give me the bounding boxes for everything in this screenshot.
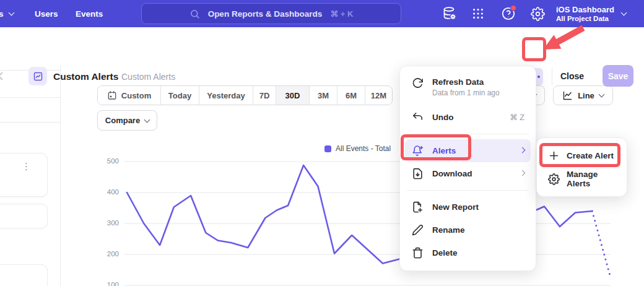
sidebar-card[interactable] — [0, 204, 48, 228]
menu-item-label: New Report — [432, 202, 479, 212]
date-range-yesterday[interactable]: Yesterday — [199, 86, 253, 105]
date-range-selector: Custom Today Yesterday 7D 30D 3M 6M 12M — [97, 85, 393, 105]
chevron-right-icon — [520, 170, 526, 176]
compare-label: Compare — [105, 116, 140, 125]
menu-item-label: Rename — [432, 225, 465, 235]
top-nav: s Users Events Open Reports & Dashboards… — [0, 0, 644, 27]
y-axis-label: 300 — [98, 219, 119, 227]
close-button[interactable]: Close — [560, 71, 584, 81]
gear-icon — [548, 173, 560, 185]
undo-icon — [412, 111, 424, 123]
trash-icon — [412, 247, 424, 259]
report-options-menu: Refresh Data Data from 1 min ago Undo ⌘ … — [399, 66, 536, 271]
data-management-button[interactable] — [441, 5, 458, 22]
date-range-30d-active[interactable]: 30D — [276, 86, 309, 105]
menu-item-sublabel: Data from 1 min ago — [432, 89, 500, 97]
menu-item-label: Delete — [432, 248, 458, 258]
project-scope: All Project Data — [556, 14, 614, 23]
compare-button[interactable]: Compare — [97, 110, 157, 131]
legend-label: All Events - Total — [336, 144, 391, 153]
project-name: iOS Dashboard — [556, 5, 614, 14]
menu-item-label: Refresh Data — [432, 77, 500, 87]
download-file-icon — [412, 168, 424, 180]
y-axis-label: 200 — [98, 250, 119, 258]
global-search-input[interactable]: Open Reports & Dashboards ⌘ + K — [141, 3, 401, 24]
date-range-3m[interactable]: 3M — [309, 86, 337, 105]
menu-separator — [407, 134, 529, 134]
alerts-submenu: Create Alert Manage Alerts — [536, 137, 627, 197]
nav-item-users[interactable]: Users — [35, 0, 58, 27]
menu-item-download[interactable]: Download — [405, 162, 531, 185]
nav-item-truncated[interactable]: s — [0, 0, 14, 27]
menu-item-new-report[interactable]: New Report — [405, 196, 531, 219]
sidebar-divider — [0, 122, 60, 123]
y-axis-label: 500 — [98, 157, 119, 165]
help-button[interactable] — [500, 5, 517, 22]
submenu-item-label: Manage Alerts — [567, 170, 616, 188]
menu-item-alerts[interactable]: Alerts — [405, 139, 531, 162]
chart-type-label: Line — [578, 91, 594, 100]
y-axis-label: 400 — [98, 188, 119, 196]
submenu-item-label: Create Alert — [567, 151, 614, 160]
sidebar-divider — [0, 97, 60, 98]
legend-swatch — [324, 145, 331, 152]
calendar-icon — [107, 90, 117, 100]
app-root: s Users Events Open Reports & Dashboards… — [0, 0, 644, 286]
nav-item-events[interactable]: Events — [76, 0, 103, 27]
save-button[interactable]: Save — [603, 65, 633, 87]
header-divider — [552, 68, 552, 85]
report-header: Custom Alerts Custom Alerts GV Duplicate… — [0, 27, 644, 65]
y-axis-label: 100 — [98, 281, 119, 286]
chevron-right-icon — [520, 147, 526, 153]
project-switcher[interactable]: iOS Dashboard All Project Data — [556, 0, 626, 27]
left-sidebar: ⋮ — [0, 65, 61, 286]
date-range-custom[interactable]: Custom — [98, 86, 160, 105]
search-icon — [189, 9, 200, 19]
sidebar-card[interactable] — [0, 264, 48, 286]
menu-item-undo[interactable]: Undo ⌘ Z — [405, 106, 531, 129]
menu-separator — [407, 190, 529, 191]
nav-item-events-label: Events — [76, 9, 103, 19]
chevron-down-icon — [144, 116, 150, 123]
menu-item-shortcut: ⌘ Z — [510, 113, 524, 122]
menu-item-label: Alerts — [432, 146, 456, 155]
gear-icon — [531, 7, 545, 21]
chevron-down-icon — [598, 92, 604, 98]
menu-item-delete[interactable]: Delete — [405, 241, 531, 264]
line-chart-type-icon — [562, 90, 573, 101]
report-type-icon — [28, 67, 47, 85]
submenu-item-create-alert[interactable]: Create Alert — [541, 144, 622, 167]
settings-button[interactable] — [529, 5, 546, 22]
database-gear-icon — [442, 6, 457, 21]
menu-item-label: Undo — [432, 113, 454, 122]
series-line-dotted-tail — [592, 211, 611, 278]
chevron-down-icon — [620, 10, 627, 16]
kebab-menu-icon[interactable]: ⋮ — [22, 161, 31, 172]
menu-item-rename[interactable]: Rename — [405, 219, 531, 241]
date-range-7d[interactable]: 7D — [253, 86, 276, 105]
menu-item-label: Download — [432, 169, 472, 178]
nav-item-truncated-label: s — [0, 9, 4, 19]
search-shortcut: ⌘ + K — [330, 9, 353, 19]
plus-icon — [548, 150, 560, 162]
submenu-item-manage-alerts[interactable]: Manage Alerts — [541, 167, 622, 191]
pencil-icon — [412, 224, 424, 236]
line-chart-icon — [33, 71, 43, 82]
file-plus-icon — [412, 201, 424, 213]
collapse-sidebar-icon[interactable] — [0, 72, 3, 80]
date-range-6m[interactable]: 6M — [337, 86, 365, 105]
nav-item-users-label: Users — [35, 9, 58, 19]
date-range-label: Custom — [121, 91, 151, 100]
sidebar-card[interactable]: ⋮ — [0, 153, 48, 197]
refresh-icon — [412, 77, 424, 89]
help-notification-dot — [510, 5, 516, 11]
page-title: Custom Alerts — [53, 71, 118, 82]
bell-plus-icon — [412, 145, 424, 157]
chart-type-button[interactable]: Line — [553, 85, 613, 105]
apps-grid-icon — [471, 7, 485, 20]
date-range-today[interactable]: Today — [160, 86, 199, 105]
menu-item-refresh-data[interactable]: Refresh Data Data from 1 min ago — [405, 72, 531, 106]
chevron-down-icon — [8, 10, 14, 16]
apps-grid-button[interactable] — [469, 5, 487, 22]
date-range-12m[interactable]: 12M — [365, 86, 392, 105]
